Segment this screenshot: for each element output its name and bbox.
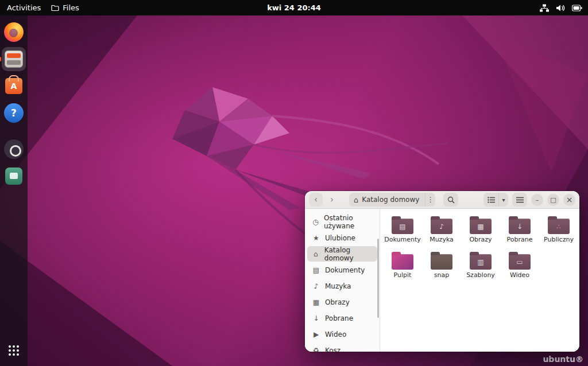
- folder-label: Pulpit: [394, 272, 412, 279]
- dock: A ?: [0, 15, 28, 366]
- view-options-split-button: ▾: [483, 193, 508, 207]
- dock-item-help[interactable]: ?: [2, 101, 26, 125]
- top-bar: Activities Files kwi 24 20:44: [0, 0, 588, 15]
- hamburger-icon: [516, 197, 524, 203]
- folder-snap[interactable]: snap: [422, 251, 461, 286]
- files-icon: [5, 50, 23, 68]
- sidebar-item-label: Ulubione: [325, 234, 355, 242]
- dock-item-files[interactable]: [2, 47, 26, 71]
- network-icon: [540, 4, 549, 12]
- focused-app-menu[interactable]: Files: [51, 3, 79, 12]
- star-icon: ★: [312, 234, 320, 242]
- sidebar-item-label: Katalog domowy: [324, 246, 377, 262]
- system-tray[interactable]: [540, 4, 582, 12]
- forward-button[interactable]: ›: [325, 193, 339, 207]
- home-icon: ⌂: [354, 196, 358, 204]
- folder-label: Publiczny: [544, 236, 574, 243]
- dock-item-firefox[interactable]: [2, 20, 26, 44]
- main-menu-button[interactable]: [512, 193, 527, 207]
- folder-downloads[interactable]: ↓ Pobrane: [500, 216, 539, 250]
- folder-label: Szablony: [466, 272, 495, 279]
- image-emblem-icon: ▦: [470, 219, 492, 234]
- music-icon: ♪: [312, 282, 320, 290]
- folder-icon: ♪: [431, 219, 452, 234]
- search-button[interactable]: [443, 193, 458, 207]
- sidebar-item-pictures[interactable]: ▦ Obrazy: [307, 294, 377, 310]
- video-icon: ▶: [312, 330, 320, 338]
- sidebar-scrollbar[interactable]: [377, 239, 379, 318]
- sidebar-item-label: Obrazy: [325, 298, 350, 306]
- folder-icon: [51, 5, 59, 11]
- folder-icon: [392, 254, 413, 270]
- question-glyph: ?: [11, 107, 17, 119]
- sidebar-item-label: Pobrane: [325, 314, 353, 322]
- clock[interactable]: kwi 24 20:44: [267, 3, 321, 12]
- back-button[interactable]: ‹: [309, 193, 323, 207]
- location-menu-button[interactable]: ⋮: [425, 193, 435, 207]
- sidebar-item-music[interactable]: ♪ Muzyka: [307, 278, 377, 294]
- list-view-button[interactable]: [483, 193, 498, 207]
- sidebar: ◷ Ostatnio używane ★ Ulubione ⌂ Katalog …: [305, 209, 380, 352]
- path-bar: ⌂ Katalog domowy ⋮: [349, 193, 435, 207]
- folder-music[interactable]: ♪ Muzyka: [422, 216, 461, 250]
- folder-pictures[interactable]: ▦ Obrazy: [461, 216, 500, 250]
- desktop: ubuntu® Activities Files kwi 24 20:44: [0, 0, 588, 366]
- firefox-icon: [4, 22, 24, 42]
- sidebar-item-label: Muzyka: [325, 282, 351, 290]
- sidebar-item-label: Ostatnio używane: [324, 214, 377, 230]
- folder-videos[interactable]: ▭ Wideo: [500, 251, 539, 286]
- folder-documents[interactable]: ▤ Dokumenty: [383, 216, 422, 250]
- file-grid: ▤ Dokumenty ♪ Muzyka ▦ Obrazy: [380, 209, 579, 352]
- sidebar-item-trash[interactable]: ♻ Kosz: [307, 342, 377, 352]
- sidebar-item-label: Kosz: [325, 346, 341, 352]
- window-body: ◷ Ostatnio używane ★ Ulubione ⌂ Katalog …: [305, 209, 579, 352]
- folder-label: Obrazy: [469, 236, 492, 243]
- headerbar-right-controls: ▾ – □ ×: [483, 193, 575, 207]
- volume-icon: [556, 4, 565, 12]
- sidebar-item-label: Wideo: [325, 330, 346, 338]
- sidebar-item-home[interactable]: ⌂ Katalog domowy: [307, 246, 377, 262]
- battery-icon: [572, 5, 582, 11]
- view-options-dropdown[interactable]: ▾: [498, 193, 508, 207]
- current-location-button[interactable]: ⌂ Katalog domowy: [349, 193, 425, 207]
- ubuntu-watermark: ubuntu®: [543, 355, 583, 364]
- film-emblem-icon: ▭: [509, 254, 531, 270]
- share-emblem-icon: ∴: [548, 219, 570, 234]
- image-icon: ▦: [312, 298, 320, 306]
- files-window: ‹ › ⌂ Katalog domowy ⋮: [305, 191, 579, 352]
- window-headerbar[interactable]: ‹ › ⌂ Katalog domowy ⋮: [305, 191, 579, 209]
- show-apps-button[interactable]: [0, 338, 28, 363]
- download-icon: ↓: [312, 314, 320, 322]
- help-icon: ?: [4, 103, 24, 123]
- dock-item-ubuntu-software[interactable]: A: [2, 74, 26, 98]
- folder-label: Muzyka: [430, 236, 454, 243]
- dock-item-green-app[interactable]: [2, 164, 26, 188]
- sidebar-item-starred[interactable]: ★ Ulubione: [307, 230, 377, 246]
- templates-emblem-icon: ▥: [470, 254, 492, 270]
- activities-button[interactable]: Activities: [7, 3, 41, 12]
- folder-label: Wideo: [510, 272, 529, 279]
- close-button[interactable]: ×: [563, 194, 575, 206]
- settings-icon: [4, 139, 24, 159]
- folder-icon: ↓: [509, 219, 531, 234]
- folder-templates[interactable]: ▥ Szablony: [461, 251, 500, 286]
- list-view-icon: [488, 197, 495, 203]
- folder-icon: ▤: [392, 219, 413, 234]
- folder-public[interactable]: ∴ Publiczny: [539, 216, 578, 250]
- folder-icon: [431, 254, 452, 270]
- maximize-button[interactable]: □: [547, 194, 559, 206]
- folder-icon: ▭: [509, 254, 531, 270]
- download-emblem-icon: ↓: [509, 219, 531, 234]
- dock-item-settings[interactable]: [2, 137, 26, 161]
- clock-icon: ◷: [312, 218, 319, 226]
- minimize-button[interactable]: –: [531, 194, 543, 206]
- search-icon: [447, 196, 455, 204]
- sidebar-item-label: Dokumenty: [325, 266, 365, 274]
- sidebar-item-recent[interactable]: ◷ Ostatnio używane: [307, 214, 377, 229]
- sidebar-item-downloads[interactable]: ↓ Pobrane: [307, 310, 377, 326]
- sidebar-item-documents[interactable]: ▤ Dokumenty: [307, 262, 377, 278]
- folder-icon: ▥: [470, 254, 492, 270]
- green-app-icon: [5, 168, 22, 185]
- sidebar-item-videos[interactable]: ▶ Wideo: [307, 326, 377, 342]
- folder-desktop[interactable]: Pulpit: [383, 251, 422, 286]
